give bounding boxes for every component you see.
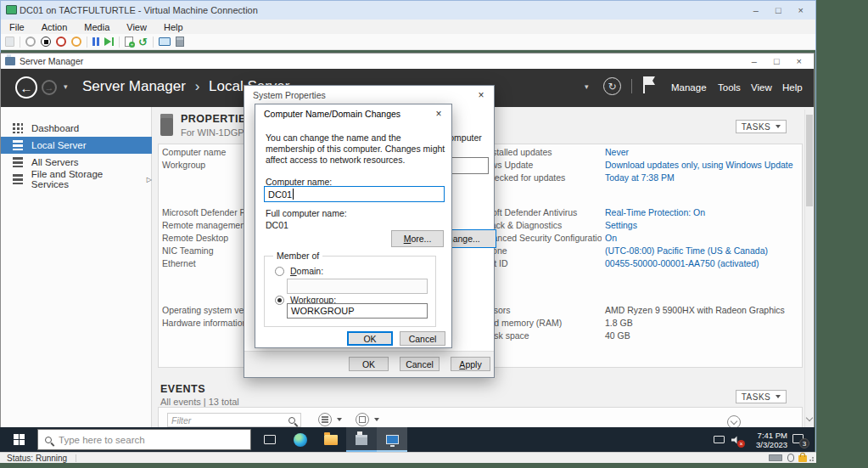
prop-value-link[interactable]: 00455-50000-00001-AA750 (activated) [605,258,759,268]
system-properties-taskbar-button[interactable] [377,427,407,452]
scroll-down-icon[interactable] [806,414,813,421]
save-vm-icon[interactable] [71,37,81,47]
start-button[interactable] [0,427,37,452]
menu-help[interactable]: Help [782,82,803,93]
forward-button[interactable]: → [42,80,57,95]
file-explorer-icon [324,435,338,445]
prop-value-link[interactable]: (UTC-08:00) Pacific Time (US & Canada) [605,245,768,256]
vmc-minimize-button[interactable]: – [753,5,759,15]
vmconnect-titlebar[interactable]: DC01 on TACTFULTURTLE - Virtual Machine … [1,1,815,20]
system-properties-titlebar[interactable]: System Properties [244,86,494,104]
events-tasks-button[interactable]: TASKS [736,390,787,403]
cn-cancel-button[interactable]: Cancel [400,331,445,346]
revert-icon[interactable]: ↺ [138,37,148,48]
clock-date: 3/3/2023 [747,440,787,449]
properties-tasks-button[interactable]: TASKS [736,120,787,133]
prop-value-link[interactable]: Today at 7:38 PM [605,172,675,183]
file-explorer-button[interactable] [316,427,346,452]
start-vm-icon[interactable] [25,37,36,47]
prop-value-link[interactable]: Settings [605,220,637,230]
task-view-icon [264,435,276,444]
sm-minimize-button[interactable]: – [752,56,757,66]
vmc-maximize-button[interactable]: □ [776,5,781,15]
cn-ok-button[interactable]: OK [347,331,393,346]
system-properties-close-icon[interactable]: × [468,86,494,104]
pause-icon[interactable] [92,37,99,46]
resume-icon[interactable] [104,37,114,46]
mouse-icon [787,454,794,462]
enhanced-session-icon[interactable] [159,37,171,46]
sidebar-item-local-server[interactable]: Local Server [1,137,152,154]
workgroup-input[interactable]: WORKGROUP [287,303,428,319]
refresh-icon[interactable]: ↻ [603,77,621,95]
workgroup-radio[interactable] [275,296,284,305]
checkpoint-icon[interactable]: + [125,37,133,47]
menu-help[interactable]: Help [155,22,192,32]
back-button[interactable]: ← [15,76,37,99]
computer-name-titlebar[interactable]: Computer Name/Domain Changes [255,104,451,123]
menu-media[interactable]: Media [76,22,118,32]
nav-dropdown-icon[interactable]: ▾ [64,82,68,91]
domain-radio[interactable] [275,267,284,276]
prop-value-link[interactable]: Download updates only, using Windows Upd… [605,160,793,170]
server-manager-taskbar-button[interactable] [346,427,377,452]
sp-apply-button[interactable]: Apply [451,357,490,371]
events-view-dropdown-icon[interactable] [337,418,342,421]
header-dropdown-icon[interactable]: ▾ [585,82,589,91]
menu-tools[interactable]: Tools [718,82,741,93]
resize-grip[interactable] [809,457,814,461]
computer-name-close-icon[interactable]: × [426,104,451,123]
events-save-dropdown-icon[interactable] [374,418,379,421]
taskbar-search-box[interactable] [37,429,251,450]
sidebar-item-dashboard[interactable]: Dashboard [1,120,152,137]
more-button[interactable]: More... [391,230,444,247]
computer-name-input[interactable]: DC01 [264,186,445,202]
sm-titlebar[interactable]: Server Manager – □ × [1,54,814,69]
events-save-button[interactable] [356,413,369,426]
menu-file[interactable]: File [1,22,33,32]
vmc-close-button[interactable]: × [798,5,804,15]
network-icon[interactable] [714,436,725,443]
prop-value: 40 GB [605,330,630,341]
sm-close-button[interactable]: × [797,56,802,66]
scrollbar-thumb[interactable] [806,115,813,206]
breadcrumb-root[interactable]: Server Manager [82,78,186,94]
sp-ok-button[interactable]: OK [349,357,389,371]
prop-value-link[interactable]: Never [605,147,629,157]
sp-cancel-button[interactable]: Cancel [400,357,440,371]
dialog-title: Computer Name/Domain Changes [264,109,400,119]
events-filter-input[interactable] [171,415,282,426]
flag-pole [643,76,645,93]
prop-value-link[interactable]: Real-Time Protection: On [605,207,705,217]
prop-value-link[interactable]: On [605,233,617,243]
more-button-label: More... [404,234,432,244]
notifications-flag-icon[interactable] [645,76,655,85]
menu-manage[interactable]: Manage [671,82,707,93]
apply-label: Apply [459,359,481,369]
sidebar-item-all-servers[interactable]: All Servers [1,154,152,171]
turn-off-icon[interactable] [41,37,51,47]
taskbar-search-input[interactable] [59,435,228,445]
menu-action[interactable]: Action [33,22,76,32]
tasks-label: TASKS [742,392,771,402]
shut-down-icon[interactable] [56,37,66,47]
taskbar-clock[interactable]: 7:41 PM 3/3/2023 [747,431,787,449]
edge-button[interactable] [285,427,316,452]
vertical-scrollbar[interactable] [804,110,814,428]
full-name-value: DC01 [266,220,288,230]
sm-restore-button[interactable]: □ [774,56,780,66]
tasks-label: TASKS [742,122,771,132]
share-icon[interactable] [176,37,184,47]
prop-label: Workgroup [162,160,205,170]
menu-view[interactable]: View [751,82,772,93]
menu-view[interactable]: View [118,22,155,32]
computer-description-field[interactable] [446,157,489,174]
clock-time: 7:41 PM [747,431,787,440]
events-view-button[interactable] [318,413,332,426]
sidebar-item-file-storage[interactable]: File and Storage Services ▷ [1,171,152,188]
ctrl-alt-del-icon[interactable] [5,37,14,47]
tasks-dropdown-icon [776,125,781,128]
expander-icon[interactable]: ▷ [147,176,152,183]
status-divider [76,454,76,462]
task-view-button[interactable] [255,427,285,452]
